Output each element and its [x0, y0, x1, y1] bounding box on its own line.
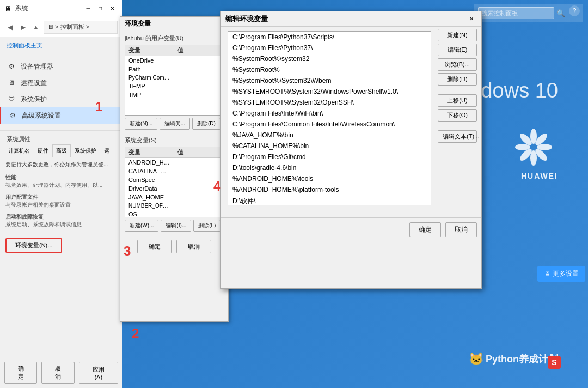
sys-var-row-java[interactable]: JAVA_HOME [125, 193, 223, 202]
huawei-logo-text: HUAWEI [521, 172, 558, 180]
path-item-2[interactable]: C:\Program Files\Python37\ [228, 43, 431, 53]
tab-protection[interactable]: 系统保护 [71, 144, 100, 157]
startup-title: 启动和故障恢复 [5, 213, 117, 221]
startup-section: 启动和故障恢复 系统启动、系统故障和调试信息 [0, 211, 122, 231]
system-vars-section: 系统变量(S) 变量 值 ANDROID_HOME CATALINA_HOME … [120, 133, 228, 235]
sidebar-item-advanced[interactable]: ⚙ 高级系统设置 [0, 107, 122, 124]
path-item-10[interactable]: %JAVA_HOME%\bin [228, 130, 431, 141]
edit-env-moveup-button[interactable]: 上移(U) [438, 94, 477, 107]
sys-props-apply-button[interactable]: 应用(A) [79, 362, 118, 384]
maximize-button[interactable]: □ [95, 3, 106, 14]
system-window-titlebar: 🖥 系统 ─ □ ✕ [0, 0, 122, 17]
tab-remote[interactable]: 远 [100, 144, 113, 157]
edit-env-delete-button[interactable]: 删除(D) [438, 73, 477, 86]
path-item-4[interactable]: %SystemRoot% [228, 64, 431, 75]
path-item-7[interactable]: %SYSTEMROOT%\System32\OpenSSH\ [228, 97, 431, 108]
more-settings-icon: 🖥 [544, 270, 550, 278]
user-vars-list: 变量 值 OneDrive Path PyCharm Community Edi… [125, 45, 224, 116]
search-input[interactable] [478, 7, 554, 19]
path-item-12[interactable]: D:\Program Files\Git\cmd [228, 151, 431, 162]
sidebar-item-remote[interactable]: 🖥 远程设置 [0, 75, 122, 91]
system-section-label: 系统属性 [0, 130, 122, 144]
python-watermark: 🐱 Python养成计划 [469, 352, 558, 366]
sys-var-delete-button[interactable]: 删除(L) [193, 220, 220, 232]
sidebar-item-protection[interactable]: 🛡 系统保护 [0, 91, 122, 107]
edit-env-edit-button[interactable]: 编辑(E) [438, 44, 477, 56]
path-item-1[interactable]: C:\Program Files\Python37\Scripts\ [228, 32, 431, 43]
forward-button[interactable]: ▶ [17, 22, 28, 33]
user-var-edit-button[interactable]: 编辑(I)... [160, 118, 190, 130]
sys-var-row-os[interactable]: OS [125, 210, 223, 217]
path-item-9[interactable]: C:\Program Files\Common Files\Intel\Wire… [228, 119, 431, 130]
sys-var-col-name: 变量 [125, 147, 174, 157]
path-item-6[interactable]: %SYSTEMROOT%\System32\WindowsPowerShell\… [228, 86, 431, 97]
cp-home-link[interactable]: 控制面板主页 [0, 37, 122, 54]
path-item-5[interactable]: %SystemRoot%\System32\Wbem [228, 75, 431, 86]
back-button[interactable]: ◀ [4, 22, 15, 33]
sys-var-row-nproc[interactable]: NUMBER_OF_PROCESSORS [125, 202, 223, 210]
user-var-new-button[interactable]: 新建(N)... [125, 118, 157, 130]
tab-advanced[interactable]: 高级 [52, 144, 71, 157]
path-item-14[interactable]: %ANDROID_HOME%\tools [228, 173, 431, 184]
env-vars-cancel-button[interactable]: 取消 [176, 240, 211, 253]
performance-title: 性能 [5, 174, 117, 181]
sys-var-val-os [174, 210, 223, 217]
user-var-col-value: 值 [174, 45, 223, 56]
sidebar-item-label: 系统保护 [21, 95, 47, 104]
sys-var-row-catalina[interactable]: CATALINA_HOME [125, 167, 223, 175]
badge-1: 1 [95, 99, 102, 114]
user-profiles-desc: 与登录帐户相关的桌面设置 [5, 201, 117, 209]
edit-env-close-button[interactable]: ✕ [466, 14, 477, 25]
edit-env-edittext-button[interactable]: 编辑文本(T)... [438, 130, 477, 143]
edit-env-ok-button[interactable]: 确定 [409, 222, 441, 237]
close-button[interactable]: ✕ [107, 3, 118, 14]
help-icon[interactable]: ? [569, 5, 580, 16]
tab-computer-name[interactable]: 计算机名 [4, 144, 34, 157]
sys-var-val-nproc [174, 202, 223, 210]
user-var-row-temp[interactable]: TEMP [125, 82, 223, 90]
path-item-15[interactable]: %ANDROID_HOME%\platform-tools [228, 184, 431, 195]
user-var-row-pycharm[interactable]: PyCharm Community Edition [125, 74, 223, 82]
sys-var-name-catalina: CATALINA_HOME [125, 167, 174, 175]
sidebar-item-device-manager[interactable]: ⚙ 设备管理器 [0, 58, 122, 75]
search-icon[interactable]: 🔍 [556, 9, 565, 17]
user-var-name-tmp: TMP [125, 90, 174, 99]
sys-var-name-driverdata: DriverData [125, 184, 174, 193]
path-item-13[interactable]: D:\tools\gradle-4.6\bin [228, 162, 431, 173]
sys-var-row-driverdata[interactable]: DriverData [125, 184, 223, 193]
env-vars-button[interactable]: 环境变量(N)... [5, 238, 62, 253]
nav-path: 🖥 > 控制面板 > [44, 21, 118, 34]
sys-var-name-nproc: NUMBER_OF_PROCESSORS [125, 202, 174, 210]
user-var-row-path[interactable]: Path [125, 65, 223, 74]
edit-env-list: C:\Program Files\Python37\Scripts\ C:\Pr… [228, 31, 431, 205]
performance-section: 性能 视觉效果、处理器计划、内存使用、以... [0, 172, 122, 191]
sys-props-ok-button[interactable]: 确定 [4, 362, 37, 384]
env-vars-ok-button[interactable]: 确定 [137, 240, 172, 253]
sys-var-row-comspec[interactable]: ComSpec [125, 175, 223, 184]
user-var-delete-button[interactable]: 删除(D) [192, 118, 220, 130]
user-var-row-onedrive[interactable]: OneDrive [125, 56, 223, 65]
minimize-button[interactable]: ─ [83, 3, 94, 14]
edit-env-new-button[interactable]: 新建(N) [438, 29, 477, 41]
system-vars-list: 变量 值 ANDROID_HOME CATALINA_HOME ComSpec … [125, 147, 224, 217]
edit-env-cancel-button[interactable]: 取消 [445, 222, 477, 237]
sys-var-new-button[interactable]: 新建(W)... [125, 220, 158, 232]
sys-var-row-android[interactable]: ANDROID_HOME [125, 158, 223, 167]
edit-env-movedown-button[interactable]: 下移(O) [438, 109, 477, 122]
path-item-3[interactable]: %SystemRoot%\system32 [228, 53, 431, 64]
sys-props-cancel-button[interactable]: 取消 [41, 362, 74, 384]
user-var-row-tmp[interactable]: TMP [125, 90, 223, 99]
env-vars-bottom-buttons: 确定 取消 [120, 235, 228, 258]
edit-env-browse-button[interactable]: 浏览(B)... [438, 58, 477, 71]
search-area: 🔍 [474, 4, 583, 22]
sys-var-edit-button[interactable]: 编辑(I)... [161, 220, 191, 232]
path-item-11[interactable]: %CATALINA_HOME%\bin [228, 141, 431, 151]
more-settings-button[interactable]: 🖥 更多设置 [537, 266, 585, 282]
up-button[interactable]: ▲ [30, 22, 41, 33]
system-window-title: 系统 [15, 4, 79, 13]
path-item-16[interactable]: D:\软件\ [228, 195, 431, 205]
env-vars-title: 环境变量 [125, 19, 224, 28]
tab-hardware[interactable]: 硬件 [34, 144, 52, 157]
edit-env-bottom-buttons: 确定 取消 [221, 217, 481, 241]
path-item-8[interactable]: C:\Program Files\Intel\WiFi\bin\ [228, 108, 431, 119]
